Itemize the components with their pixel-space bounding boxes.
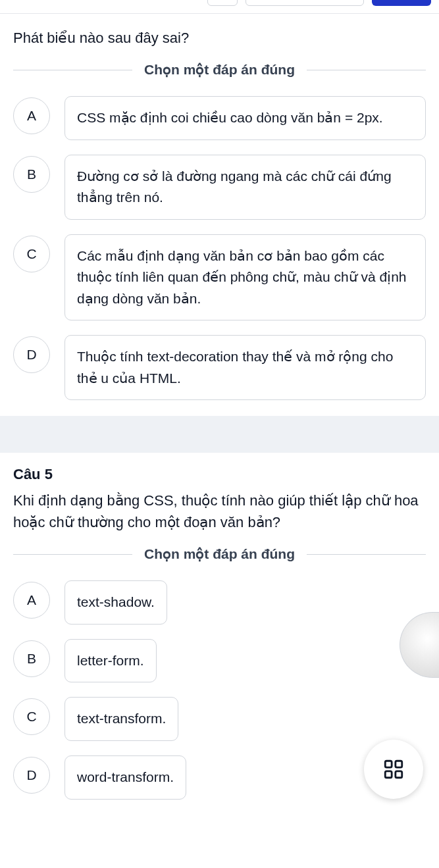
option-letter: D bbox=[13, 757, 50, 794]
question-4-prompt: Phát biểu nào sau đây sai? bbox=[13, 27, 426, 49]
header-primary-button[interactable] bbox=[372, 0, 431, 6]
option-text: word-transform. bbox=[65, 755, 186, 800]
header-control-2[interactable] bbox=[245, 0, 364, 6]
svg-rect-0 bbox=[385, 761, 392, 767]
divider-line-left bbox=[13, 554, 132, 555]
top-header bbox=[0, 0, 439, 14]
question-5-label: Câu 5 bbox=[13, 466, 426, 483]
option-letter: B bbox=[13, 156, 50, 193]
option-letter: B bbox=[13, 640, 50, 677]
instruction-divider: Chọn một đáp án đúng bbox=[13, 546, 426, 562]
q5-option-c[interactable]: C text-transform. bbox=[13, 697, 426, 741]
header-control-1[interactable] bbox=[207, 0, 238, 6]
option-text: text-transform. bbox=[65, 697, 178, 741]
question-4-block: Phát biểu nào sau đây sai? Chọn một đáp … bbox=[0, 14, 439, 416]
instruction-text: Chọn một đáp án đúng bbox=[132, 62, 307, 78]
svg-rect-2 bbox=[385, 771, 392, 778]
option-text: Thuộc tính text-decoration thay thế và m… bbox=[65, 335, 426, 400]
option-text: Các mẫu định dạng văn bản cơ bản bao gồm… bbox=[65, 234, 426, 321]
instruction-divider: Chọn một đáp án đúng bbox=[13, 62, 426, 78]
instruction-text: Chọn một đáp án đúng bbox=[132, 546, 307, 562]
option-letter: C bbox=[13, 698, 50, 735]
q5-option-b[interactable]: B letter-form. bbox=[13, 639, 426, 683]
divider-line-right bbox=[307, 554, 426, 555]
svg-rect-1 bbox=[396, 761, 402, 767]
option-text: letter-form. bbox=[65, 639, 157, 683]
option-letter: A bbox=[13, 97, 50, 134]
section-separator bbox=[0, 416, 439, 453]
option-text: text-shadow. bbox=[65, 580, 167, 625]
option-letter: A bbox=[13, 582, 50, 619]
q4-option-b[interactable]: B Đường cơ sở là đường ngang mà các chữ … bbox=[13, 155, 426, 220]
divider-line-left bbox=[13, 70, 132, 70]
svg-rect-3 bbox=[396, 771, 402, 778]
q4-option-c[interactable]: C Các mẫu định dạng văn bản cơ bản bao g… bbox=[13, 234, 426, 321]
grid-icon bbox=[382, 758, 405, 780]
option-text: CSS mặc định coi chiều cao dòng văn bản … bbox=[65, 96, 426, 140]
grid-fab-button[interactable] bbox=[364, 740, 423, 799]
question-5-prompt: Khi định dạng bằng CSS, thuộc tính nào g… bbox=[13, 490, 426, 533]
q5-option-d[interactable]: D word-transform. bbox=[13, 755, 426, 800]
divider-line-right bbox=[307, 70, 426, 70]
option-letter: C bbox=[13, 236, 50, 272]
q4-option-a[interactable]: A CSS mặc định coi chiều cao dòng văn bả… bbox=[13, 96, 426, 140]
option-letter: D bbox=[13, 336, 50, 373]
option-text: Đường cơ sở là đường ngang mà các chữ cá… bbox=[65, 155, 426, 220]
q4-option-d[interactable]: D Thuộc tính text-decoration thay thế và… bbox=[13, 335, 426, 400]
q5-option-a[interactable]: A text-shadow. bbox=[13, 580, 426, 625]
